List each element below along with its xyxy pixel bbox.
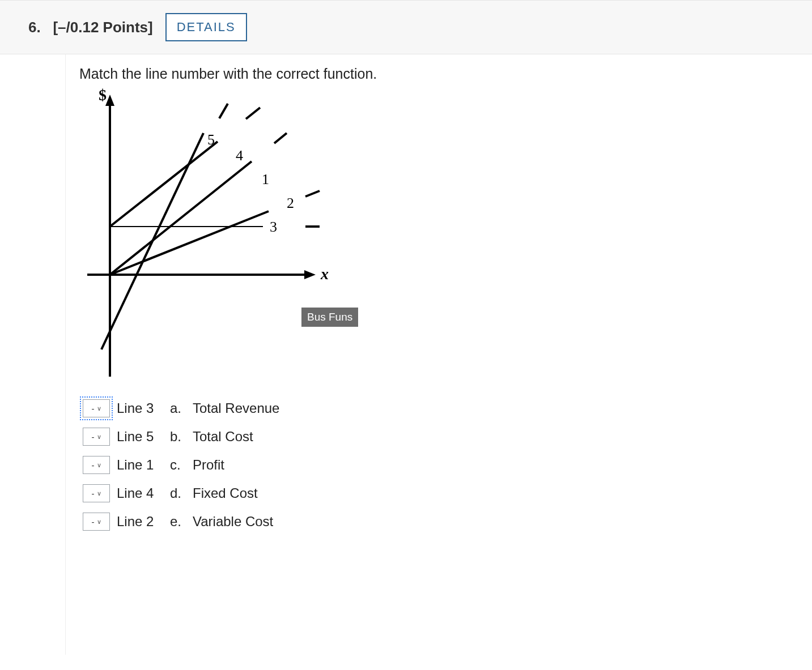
option-letter: b.	[170, 429, 186, 445]
select-value: -	[92, 432, 95, 442]
graph-line-4	[110, 142, 218, 227]
graph-line-5-label: 5	[207, 131, 215, 148]
select-value: -	[92, 460, 95, 470]
question-number-points: 6. [–/0.12 Points]	[28, 19, 153, 36]
question-number: 6.	[28, 19, 41, 36]
answer-select-line-4[interactable]: - ∨	[83, 484, 110, 502]
graph-line-5	[110, 133, 203, 331]
line-label: Line 3	[117, 400, 163, 416]
y-axis-arrow-icon	[105, 95, 114, 106]
answer-select-line-1[interactable]: - ∨	[83, 456, 110, 474]
line-label: Line 4	[117, 485, 163, 501]
y-axis-label: $	[99, 88, 107, 104]
line-label: Line 2	[117, 514, 163, 530]
option-letter: e.	[170, 514, 186, 530]
question-body: Match the line number with the correct f…	[0, 54, 812, 655]
graph-line-4-label: 4	[236, 147, 243, 164]
select-value: -	[92, 404, 95, 413]
option-text: Fixed Cost	[193, 485, 258, 501]
graph-line-3-label: 3	[270, 219, 277, 235]
option-letter: d.	[170, 485, 186, 501]
graph-line-2-label: 2	[287, 195, 294, 211]
left-gutter	[0, 54, 66, 655]
x-axis-arrow-icon	[304, 270, 316, 279]
graph-line-1	[110, 161, 252, 275]
graph-line-4-tick	[246, 108, 260, 119]
chevron-down-icon: ∨	[97, 462, 101, 469]
question-prompt: Match the line number with the correct f…	[79, 66, 377, 82]
line-label: Line 1	[117, 457, 163, 473]
option-text: Total Cost	[193, 429, 253, 445]
graph-line-5-tick	[219, 104, 228, 118]
match-row: - ∨ Line 4 d. Fixed Cost	[83, 484, 377, 502]
select-value: -	[92, 489, 95, 498]
option-text: Variable Cost	[193, 514, 273, 530]
watermark-label: Bus Funs	[301, 308, 358, 327]
answer-select-line-5[interactable]: - ∨	[83, 428, 110, 446]
match-row: - ∨ Line 2 e. Variable Cost	[83, 513, 377, 531]
select-value: -	[92, 517, 95, 527]
graph-line-2-tick	[305, 191, 320, 197]
answer-select-line-3[interactable]: - ∨	[83, 399, 110, 417]
chevron-down-icon: ∨	[97, 433, 101, 441]
chevron-down-icon: ∨	[97, 518, 101, 526]
graph-line-5-below	[101, 331, 110, 349]
points-text: [–/0.12 Points]	[53, 19, 152, 36]
graph-svg: $ x 3 2 1 4	[82, 88, 376, 394]
option-letter: a.	[170, 400, 186, 416]
chevron-down-icon: ∨	[97, 405, 101, 412]
option-text: Total Revenue	[193, 400, 279, 416]
graph-line-1-label: 1	[262, 171, 269, 187]
graph: $ x 3 2 1 4	[82, 88, 376, 394]
match-row: - ∨ Line 5 b. Total Cost	[83, 428, 377, 446]
question-header: 6. [–/0.12 Points] DETAILS	[0, 0, 812, 54]
graph-line-2	[110, 211, 269, 275]
x-axis-label: x	[320, 265, 329, 283]
question-container: 6. [–/0.12 Points] DETAILS Match the lin…	[0, 0, 812, 655]
graph-line-1-tick	[274, 133, 287, 143]
match-list: - ∨ Line 3 a. Total Revenue - ∨ Line 5 b…	[83, 399, 377, 531]
chevron-down-icon: ∨	[97, 490, 101, 497]
option-text: Profit	[193, 457, 224, 473]
match-row: - ∨ Line 1 c. Profit	[83, 456, 377, 474]
match-row: - ∨ Line 3 a. Total Revenue	[83, 399, 377, 417]
question-content: Match the line number with the correct f…	[66, 54, 377, 655]
option-letter: c.	[170, 457, 186, 473]
details-button[interactable]: DETAILS	[165, 13, 247, 41]
line-label: Line 5	[117, 429, 163, 445]
answer-select-line-2[interactable]: - ∨	[83, 513, 110, 531]
